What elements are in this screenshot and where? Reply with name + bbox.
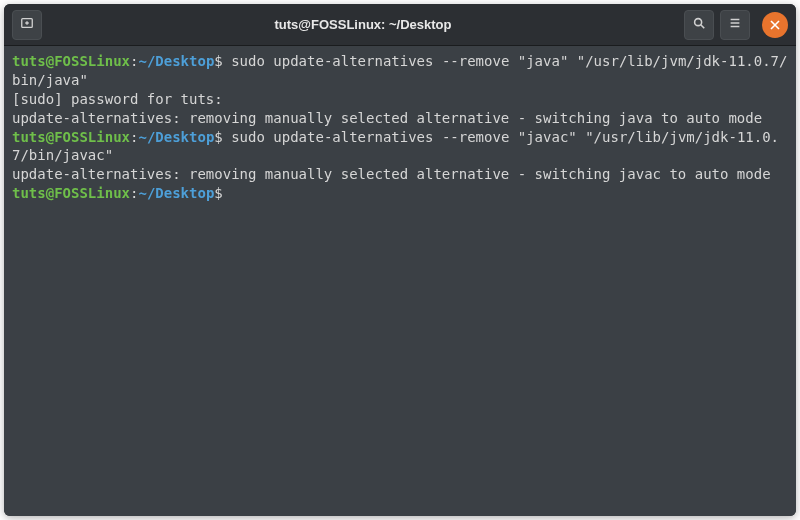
svg-point-1: [695, 19, 702, 26]
menu-button[interactable]: [720, 10, 750, 40]
output-1a: [sudo] password for tuts:: [12, 91, 223, 107]
menu-icon: [728, 15, 742, 34]
prompt-symbol: $: [214, 53, 222, 69]
titlebar-left: [12, 10, 42, 40]
search-button[interactable]: [684, 10, 714, 40]
output-1b: update-alternatives: removing manually s…: [12, 110, 762, 126]
terminal-body[interactable]: tuts@FOSSLinux:~/Desktop$ sudo update-al…: [4, 46, 796, 516]
prompt-symbol: $: [214, 129, 222, 145]
prompt-path: ~/Desktop: [138, 129, 214, 145]
new-tab-button[interactable]: [12, 10, 42, 40]
titlebar: tuts@FOSSLinux: ~/Desktop: [4, 4, 796, 46]
terminal-window: tuts@FOSSLinux: ~/Desktop tuts@FOSSLinux…: [4, 4, 796, 516]
window-title: tuts@FOSSLinux: ~/Desktop: [50, 17, 676, 32]
prompt-path: ~/Desktop: [138, 53, 214, 69]
titlebar-right: [684, 10, 788, 40]
search-icon: [692, 15, 706, 34]
prompt-symbol: $: [214, 185, 222, 201]
prompt-user: tuts@FOSSLinux: [12, 185, 130, 201]
new-tab-icon: [20, 15, 34, 34]
prompt-user: tuts@FOSSLinux: [12, 53, 130, 69]
close-button[interactable]: [762, 12, 788, 38]
close-icon: [770, 15, 780, 34]
prompt-user: tuts@FOSSLinux: [12, 129, 130, 145]
prompt-path: ~/Desktop: [138, 185, 214, 201]
output-2a: update-alternatives: removing manually s…: [12, 166, 771, 182]
